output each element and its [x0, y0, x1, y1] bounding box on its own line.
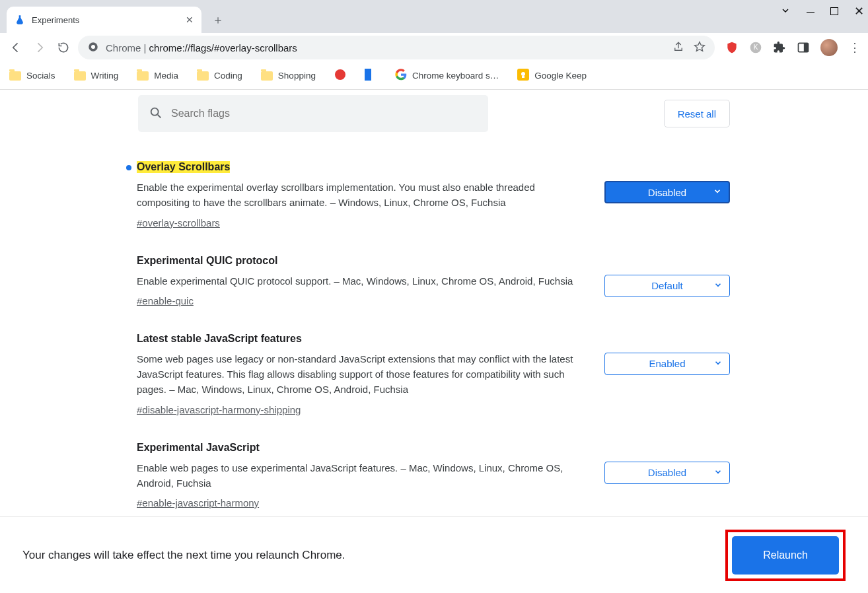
flag-select[interactable]: Disabled: [604, 462, 730, 484]
flag-description: Some web pages use legacy or non-standar…: [137, 351, 585, 398]
back-button[interactable]: [7, 38, 25, 57]
bookmark-label: Shopping: [278, 71, 316, 81]
close-icon[interactable]: ✕: [186, 15, 194, 25]
chevron-down-icon: [713, 358, 723, 369]
profile-avatar[interactable]: [820, 39, 838, 56]
forward-button[interactable]: [30, 38, 49, 57]
flag-row: Overlay Scrollbars Enable the experiment…: [137, 161, 731, 255]
reset-all-button[interactable]: Reset all: [664, 100, 730, 127]
page-content: Reset all Overlay Scrollbars Enable the …: [0, 90, 868, 593]
flag-info: Latest stable JavaScript features Some w…: [137, 333, 585, 415]
bookmark-item[interactable]: Socials: [9, 71, 55, 81]
flag-info: Experimental JavaScript Enable web pages…: [137, 442, 585, 509]
google-icon: [395, 69, 407, 83]
folder-icon: [197, 71, 209, 81]
window-controls: ✕: [780, 4, 864, 18]
folder-icon: [74, 71, 86, 81]
flag-info: Experimental QUIC protocol Enable experi…: [137, 255, 585, 306]
sidepanel-icon[interactable]: [797, 41, 810, 54]
extension-k-icon[interactable]: K: [749, 41, 762, 54]
flag-title: Experimental QUIC protocol: [137, 255, 277, 267]
flag-description: Enable experimental QUIC protocol suppor…: [137, 273, 585, 289]
relaunch-button[interactable]: Relaunch: [732, 536, 839, 575]
close-window-button[interactable]: ✕: [854, 4, 864, 18]
flag-select[interactable]: Enabled: [604, 353, 730, 375]
bookmark-label: Media: [154, 71, 178, 81]
bookmark-icon: [334, 69, 346, 83]
flag-anchor-link[interactable]: #enable-quic: [137, 295, 194, 306]
flag-select-value: Default: [651, 280, 683, 291]
bookmark-item[interactable]: Shopping: [261, 71, 316, 81]
browser-tab[interactable]: Experiments ✕: [7, 7, 201, 33]
folder-icon: [261, 71, 273, 81]
relaunch-highlight: Relaunch: [725, 530, 846, 581]
flag-select-value: Disabled: [648, 467, 686, 478]
bookmark-item[interactable]: Media: [137, 71, 178, 81]
chrome-logo-icon: [87, 41, 99, 55]
flag-description: Enable the experimental overlay scrollba…: [137, 180, 585, 211]
svg-point-6: [335, 69, 345, 80]
search-icon: [149, 106, 163, 122]
bookmark-item[interactable]: Chrome keyboard s…: [395, 69, 499, 83]
flag-row: Experimental QUIC protocol Enable experi…: [137, 255, 731, 333]
relaunch-bar: Your changes will take effect the next t…: [0, 516, 868, 593]
flag-title: Overlay Scrollbars: [137, 161, 230, 173]
flag-select[interactable]: Default: [604, 275, 730, 297]
folder-icon: [9, 71, 21, 81]
bookmark-label: Socials: [26, 71, 55, 81]
flag-anchor-link[interactable]: #disable-javascript-harmony-shipping: [137, 404, 301, 415]
chevron-down-icon: [713, 187, 722, 198]
search-flags-box[interactable]: [138, 95, 488, 132]
flag-row: Latest stable JavaScript features Some w…: [137, 333, 731, 442]
svg-point-1: [91, 45, 95, 49]
modified-dot-icon: [126, 165, 131, 170]
bookmark-icon: [365, 69, 377, 83]
bookmark-item[interactable]: Coding: [197, 71, 242, 81]
folder-icon: [137, 71, 149, 81]
svg-rect-5: [804, 43, 809, 52]
reload-button[interactable]: [54, 38, 73, 57]
chevron-down-icon[interactable]: [780, 5, 791, 18]
address-bar[interactable]: Chrome | chrome://flags/#overlay-scrollb…: [78, 36, 715, 59]
bookmarks-bar: SocialsWritingMediaCodingShoppingChrome …: [0, 62, 868, 90]
flag-anchor-link[interactable]: #enable-javascript-harmony: [137, 497, 259, 508]
maximize-button[interactable]: [830, 6, 838, 17]
extensions-puzzle-icon[interactable]: [773, 41, 786, 54]
bookmark-item[interactable]: Google Keep: [517, 69, 587, 83]
minimize-button[interactable]: [807, 6, 814, 17]
svg-rect-8: [371, 69, 377, 81]
bookmark-label: Writing: [91, 71, 119, 81]
relaunch-message: Your changes will take effect the next t…: [22, 549, 345, 562]
menu-icon[interactable]: ⋮: [848, 41, 861, 54]
bookmark-item[interactable]: Writing: [74, 71, 119, 81]
bookmark-label: Google Keep: [534, 71, 587, 81]
flag-title: Experimental JavaScript: [137, 442, 260, 454]
svg-text:K: K: [754, 44, 758, 51]
search-input[interactable]: [171, 108, 478, 120]
flag-title: Latest stable JavaScript features: [137, 333, 302, 345]
ublock-icon[interactable]: [725, 41, 739, 54]
bookmark-label: Chrome keyboard s…: [412, 71, 499, 81]
flag-description: Enable web pages to use experimental Jav…: [137, 460, 585, 491]
toolbar: Chrome | chrome://flags/#overlay-scrollb…: [0, 33, 868, 62]
flag-anchor-link[interactable]: #overlay-scrollbars: [137, 217, 220, 228]
bookmark-label: Coding: [214, 71, 242, 81]
svg-point-12: [151, 108, 159, 115]
tab-title: Experiments: [32, 15, 179, 25]
url-text: Chrome | chrome://flags/#overlay-scrollb…: [106, 42, 297, 53]
share-icon[interactable]: [672, 41, 684, 55]
flag-select[interactable]: Disabled: [604, 181, 730, 203]
flag-info: Overlay Scrollbars Enable the experiment…: [137, 161, 585, 228]
extensions-area: K ⋮: [720, 39, 861, 56]
star-icon[interactable]: [694, 41, 705, 55]
keep-icon: [517, 69, 529, 83]
svg-point-10: [521, 72, 525, 76]
svg-rect-11: [522, 76, 524, 78]
new-tab-button[interactable]: ＋: [208, 10, 228, 30]
flag-select-value: Disabled: [648, 187, 686, 198]
flask-icon: [15, 15, 25, 25]
chevron-down-icon: [713, 467, 723, 478]
bookmark-item[interactable]: [334, 69, 346, 83]
bookmark-item[interactable]: [365, 69, 377, 83]
chevron-down-icon: [713, 280, 723, 291]
